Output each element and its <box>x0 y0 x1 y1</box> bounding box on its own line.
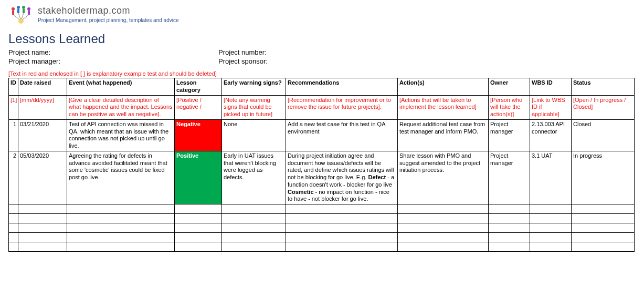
project-number-label: Project number: <box>218 48 267 56</box>
svg-rect-7 <box>23 9 25 13</box>
brand-logo-icon <box>8 4 34 25</box>
empty-cell <box>222 233 286 242</box>
empty-cell <box>9 233 18 242</box>
guide-event: [Give a clear detailed description of wh… <box>67 95 175 119</box>
empty-cell <box>175 204 222 214</box>
lessons-table: ID Date raised Event (what happened) Les… <box>8 78 635 252</box>
empty-cell <box>9 204 18 214</box>
brand-header: stakeholdermap.com Project Management, p… <box>8 4 636 25</box>
cell-recommendations: Add a new test case for this test in QA … <box>286 119 398 151</box>
svg-line-10 <box>18 13 20 19</box>
cell-date: 05/03/2020 <box>18 151 67 204</box>
empty-cell <box>175 233 222 242</box>
meta-row-2: Project manager: Project sponsor: <box>8 57 636 65</box>
svg-point-3 <box>22 6 25 9</box>
empty-cell <box>67 214 175 223</box>
empty-cell <box>572 223 635 233</box>
table-header-row: ID Date raised Event (what happened) Les… <box>9 78 635 96</box>
empty-cell <box>398 233 489 242</box>
cell-actions: Request additional test case from test m… <box>398 119 489 151</box>
cell-warning: None <box>222 119 286 151</box>
cell-actions: Share lesson with PMO and suggest amende… <box>398 151 489 204</box>
col-owner: Owner <box>489 78 530 96</box>
empty-cell <box>222 242 286 252</box>
empty-cell <box>530 214 572 223</box>
col-recommendations: Recommendations <box>286 78 398 96</box>
cell-status: Closed <box>572 119 635 151</box>
empty-row <box>9 233 635 242</box>
empty-cell <box>489 204 530 214</box>
project-manager-label: Project manager: <box>8 57 218 65</box>
brand-name: stakeholdermap.com <box>38 5 179 16</box>
project-sponsor-label: Project sponsor: <box>218 57 268 65</box>
empty-cell <box>530 242 572 252</box>
table-body: [1][mm/dd/yyyy][Give a clear detailed de… <box>9 95 635 252</box>
empty-cell <box>18 214 67 223</box>
empty-cell <box>67 204 175 214</box>
meta-row-1: Project name: Project number: <box>8 48 636 56</box>
guide-row: [1][mm/dd/yyyy][Give a clear detailed de… <box>9 95 635 119</box>
empty-cell <box>67 223 175 233</box>
guide-status: [Open / In progress / Closed] <box>572 95 635 119</box>
empty-cell <box>398 242 489 252</box>
cell-owner: Project manager <box>489 151 530 204</box>
guide-id: [1] <box>9 95 18 119</box>
empty-cell <box>398 204 489 214</box>
cell-date: 03/21/2020 <box>18 119 67 151</box>
col-warning: Early warning signs? <box>222 78 286 96</box>
explanatory-note: [Text in red and enclosed in [ ] is expl… <box>8 70 636 77</box>
cell-wbs: 2.13.003 API connector <box>530 119 572 151</box>
empty-cell <box>286 204 398 214</box>
cell-category: Positive <box>175 151 222 204</box>
empty-cell <box>489 242 530 252</box>
table-row: 205/03/2020Agreeing the rating for defec… <box>9 151 635 204</box>
cell-category: Negative <box>175 119 222 151</box>
empty-cell <box>572 204 635 214</box>
empty-cell <box>489 223 530 233</box>
cell-event: Test of API connection was missed in QA,… <box>67 119 175 151</box>
col-date: Date raised <box>18 78 67 96</box>
empty-cell <box>222 214 286 223</box>
empty-row <box>9 214 635 223</box>
cell-event: Agreeing the rating for defects in advan… <box>67 151 175 204</box>
cell-recommendations: During project initiation agree and docu… <box>286 151 398 204</box>
col-wbs: WBS ID <box>530 78 572 96</box>
empty-cell <box>572 233 635 242</box>
empty-cell <box>572 214 635 223</box>
empty-cell <box>67 233 175 242</box>
col-id: ID <box>9 78 18 96</box>
brand-tagline: Project Management, project planning, te… <box>38 17 179 23</box>
col-category: Lesson category <box>175 78 222 96</box>
svg-line-11 <box>22 13 24 19</box>
empty-cell <box>286 223 398 233</box>
empty-cell <box>222 204 286 214</box>
guide-wbs: [Link to WBS ID if applicable] <box>530 95 572 119</box>
svg-point-4 <box>27 7 30 11</box>
svg-rect-6 <box>17 9 19 13</box>
empty-cell <box>18 242 67 252</box>
page-title: Lessons Learned <box>8 32 636 46</box>
guide-category: [Positive / negative / <box>175 95 222 119</box>
col-status: Status <box>572 78 635 96</box>
svg-rect-5 <box>12 11 14 15</box>
empty-cell <box>398 223 489 233</box>
empty-cell <box>489 214 530 223</box>
guide-recommendations: [Recommendation for improvement or to re… <box>286 95 398 119</box>
cell-id: 2 <box>9 151 18 204</box>
empty-cell <box>175 242 222 252</box>
guide-date: [mm/dd/yyyy] <box>18 95 67 119</box>
cell-warning: Early in UAT issues that weren't blockin… <box>222 151 286 204</box>
empty-cell <box>175 214 222 223</box>
empty-row <box>9 242 635 252</box>
empty-cell <box>530 233 572 242</box>
cell-wbs: 3.1 UAT <box>530 151 572 204</box>
col-actions: Action(s) <box>398 78 489 96</box>
cell-id: 1 <box>9 119 18 151</box>
empty-cell <box>67 242 175 252</box>
empty-cell <box>18 233 67 242</box>
empty-cell <box>530 223 572 233</box>
svg-line-9 <box>13 15 19 19</box>
project-name-label: Project name: <box>8 48 218 56</box>
empty-cell <box>175 223 222 233</box>
empty-cell <box>286 214 398 223</box>
